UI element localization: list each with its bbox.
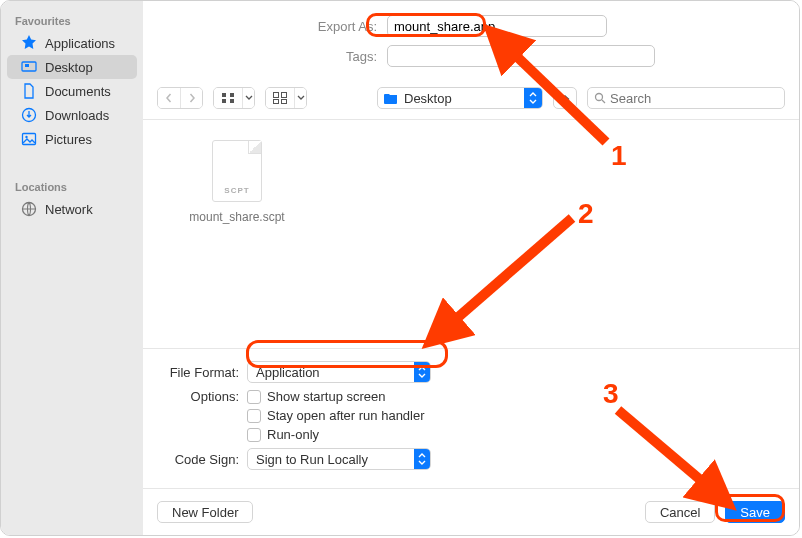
checkbox-icon [247,409,261,423]
group-menu-button[interactable] [294,88,306,108]
sidebar-item-label: Documents [45,84,111,99]
tags-input[interactable] [387,45,655,67]
view-menu-button[interactable] [242,88,254,108]
checkbox-icon [247,390,261,404]
svg-point-4 [25,136,27,138]
file-browser[interactable]: SCPT mount_share.scpt [143,120,799,349]
sidebar-item-documents[interactable]: Documents [7,79,137,103]
pictures-icon [21,131,37,147]
sidebar-item-desktop[interactable]: Desktop [7,55,137,79]
folder-icon [378,92,404,104]
group-icon [273,92,287,104]
file-format-label: File Format: [157,365,247,380]
svg-rect-7 [230,93,234,97]
updown-icon [414,449,430,469]
svg-rect-12 [274,100,279,104]
sidebar-item-label: Downloads [45,108,109,123]
desktop-icon [21,59,37,75]
file-format-value: Application [256,365,320,380]
file-item[interactable]: SCPT mount_share.scpt [187,140,287,224]
cancel-button[interactable]: Cancel [645,501,715,523]
locations-section-label: Locations [1,175,143,197]
chevron-down-icon [297,94,305,102]
search-input[interactable] [610,91,778,106]
sidebar-item-applications[interactable]: Applications [7,31,137,55]
save-button[interactable]: Save [725,501,785,523]
grid-icon [221,92,235,104]
opt-stay-open[interactable]: Stay open after run handler [247,408,425,423]
main-panel: Export As: Tags: [143,1,799,535]
view-mode-segment [213,87,255,109]
code-sign-popup[interactable]: Sign to Run Locally [247,448,431,470]
collapse-button[interactable] [553,87,577,109]
chevron-left-icon [164,93,174,103]
export-as-label: Export As: [173,19,387,34]
code-sign-value: Sign to Run Locally [256,452,368,467]
svg-rect-3 [23,134,36,145]
sidebar-item-label: Desktop [45,60,93,75]
search-box[interactable] [587,87,785,109]
sidebar: Favourites Applications Desktop Document… [1,1,143,535]
downloads-icon [21,107,37,123]
back-button[interactable] [158,88,180,108]
view-icon-button[interactable] [214,88,242,108]
search-icon [594,92,606,104]
svg-rect-10 [274,93,279,98]
group-button[interactable] [266,88,294,108]
sidebar-item-network[interactable]: Network [7,197,137,221]
chevron-right-icon [187,93,197,103]
svg-rect-8 [222,99,226,103]
opt-run-only[interactable]: Run-only [247,427,425,442]
sidebar-item-label: Pictures [45,132,92,147]
nav-back-forward [157,87,203,109]
group-segment [265,87,307,109]
apps-icon [21,35,37,51]
tags-label: Tags: [173,49,387,64]
location-popup[interactable]: Desktop [377,87,543,109]
code-sign-label: Code Sign: [157,452,247,467]
svg-rect-6 [222,93,226,97]
checkbox-icon [247,428,261,442]
sidebar-item-label: Network [45,202,93,217]
svg-rect-11 [282,93,287,98]
sidebar-item-downloads[interactable]: Downloads [7,103,137,127]
chevron-up-icon [560,93,570,103]
chevron-down-icon [245,94,253,102]
svg-point-14 [596,94,603,101]
file-format-popup[interactable]: Application [247,361,431,383]
export-as-input[interactable] [387,15,607,37]
updown-icon [414,362,430,382]
sidebar-item-pictures[interactable]: Pictures [7,127,137,151]
sidebar-item-label: Applications [45,36,115,51]
documents-icon [21,83,37,99]
options-label: Options: [157,389,247,404]
file-name-label: mount_share.scpt [187,210,287,224]
location-label: Desktop [404,91,524,106]
new-folder-button[interactable]: New Folder [157,501,253,523]
file-icon: SCPT [212,140,262,202]
favourites-section-label: Favourites [1,9,143,31]
svg-rect-13 [282,100,287,104]
updown-icon [524,88,542,108]
file-type-tag: SCPT [213,186,261,195]
forward-button[interactable] [180,88,202,108]
network-icon [21,201,37,217]
svg-rect-9 [230,99,234,103]
svg-rect-1 [25,64,29,67]
opt-show-startup[interactable]: Show startup screen [247,389,425,404]
